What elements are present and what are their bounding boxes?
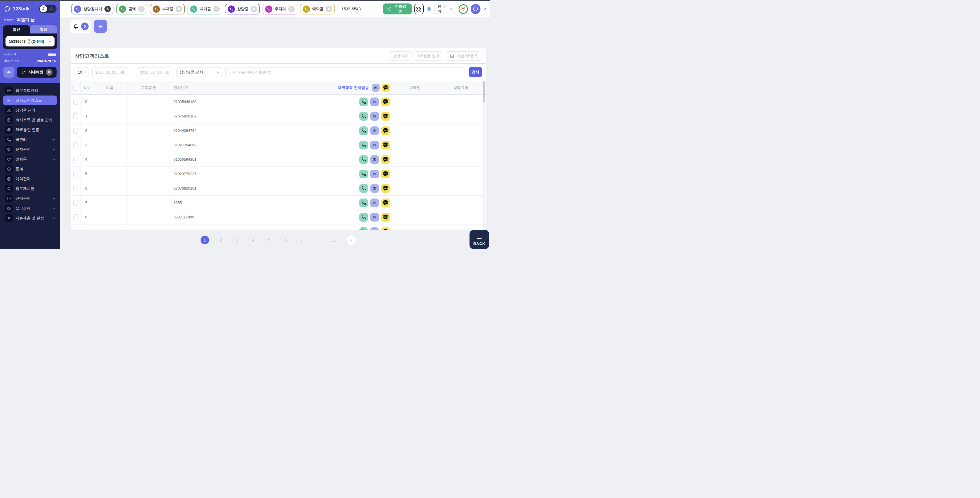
call-icon[interactable] <box>359 97 368 106</box>
sidebar-item[interactable]: 업무게시판 <box>3 184 57 194</box>
page-number[interactable]: 1 <box>200 236 209 244</box>
theme-toggle[interactable] <box>39 5 57 13</box>
back-button[interactable]: ← BACK <box>469 230 489 249</box>
status-chip[interactable]: 예약콜 0 <box>300 4 335 14</box>
page-number[interactable]: 5 <box>265 236 274 244</box>
kakaotalk-icon[interactable] <box>381 213 390 221</box>
call-icon[interactable] <box>359 228 368 231</box>
call-icon[interactable] <box>359 112 368 121</box>
dial-number-input[interactable] <box>337 4 380 14</box>
status-chip[interactable]: 상담원대기 6 <box>71 4 113 14</box>
tab-assign[interactable]: 할당 <box>30 25 57 33</box>
notifications-button[interactable]: 0 <box>70 20 91 33</box>
status-chip[interactable]: 후처리 0 <box>262 4 297 14</box>
mail-icon[interactable]: ✉ <box>370 170 379 178</box>
mail-icon[interactable]: ✉ <box>370 141 379 150</box>
mail-icon[interactable]: ✉ <box>370 228 379 231</box>
consult-type-select[interactable]: 상담유형(전체) <box>176 67 222 77</box>
next-page-button[interactable]: › <box>346 235 356 245</box>
sidebar-item[interactable]: 상담고객리스트 <box>3 95 57 105</box>
make-call-button[interactable]: 전화걸기 <box>383 3 412 14</box>
table-scrollbar[interactable] <box>483 81 485 230</box>
mail-icon[interactable]: ✉ <box>370 112 379 121</box>
broadcast-button[interactable] <box>94 20 107 33</box>
sidebar-item[interactable]: SNS통합 연동 <box>3 125 57 135</box>
mail-icon[interactable]: ✉ <box>370 97 379 106</box>
mail-icon[interactable]: ✉ <box>370 213 379 221</box>
call-icon[interactable] <box>359 141 368 150</box>
delete-selected-button[interactable]: 선택삭제 <box>389 51 412 60</box>
call-icon[interactable] <box>359 199 368 207</box>
line-number-select[interactable]: 15336543 ⏳(D-644) <box>5 36 54 46</box>
scrollbar-thumb[interactable] <box>483 81 485 102</box>
light-mode-icon[interactable] <box>40 5 47 13</box>
language-select[interactable]: 한국어 <box>434 4 456 14</box>
row-checkbox[interactable] <box>73 142 78 148</box>
certification-badge[interactable] <box>458 4 468 14</box>
search-button[interactable]: 검색 <box>469 67 482 77</box>
page-number[interactable]: 3 <box>233 236 242 244</box>
page-number[interactable]: 4 <box>249 236 258 244</box>
row-checkbox[interactable] <box>73 200 78 206</box>
sidebar-item[interactable]: 콜관리 <box>3 135 57 145</box>
page-size-select[interactable]: 10 <box>75 67 89 77</box>
sidebar-item[interactable]: 문자관리 <box>3 145 57 154</box>
mail-icon[interactable]: ✉ <box>370 155 379 164</box>
mail-icon[interactable]: ✉ <box>370 126 379 135</box>
kakaotalk-icon[interactable] <box>381 155 390 164</box>
sidebar-item[interactable]: 예약관리 <box>3 174 57 184</box>
page-number[interactable]: 2 <box>217 236 225 244</box>
kakaotalk-icon[interactable] <box>381 126 390 135</box>
sound-toggle-button[interactable] <box>3 67 14 78</box>
mail-icon[interactable]: ✉ <box>370 184 379 193</box>
kakaotalk-icon[interactable] <box>381 199 390 207</box>
date-from-field[interactable]: 2025. 01. 01. <box>92 67 128 77</box>
call-icon[interactable] <box>359 155 368 164</box>
row-checkbox[interactable] <box>73 128 78 134</box>
page-number[interactable]: 11 <box>330 236 339 244</box>
db-sample-button[interactable]: DB샘플 받기 <box>414 51 444 60</box>
call-icon[interactable] <box>359 213 368 221</box>
kakaotalk-icon[interactable] <box>381 141 390 150</box>
mail-icon[interactable]: ✉ <box>370 199 379 207</box>
row-checkbox[interactable] <box>73 157 78 162</box>
internal-chat-button[interactable]: 사내채팅 0 <box>17 67 57 78</box>
sidebar-item[interactable]: 통계 <box>3 164 57 174</box>
row-checkbox[interactable] <box>73 214 78 220</box>
row-checkbox[interactable] <box>73 171 78 177</box>
sidebar-item[interactable]: 상담원 관리 <box>3 105 57 115</box>
row-checkbox[interactable] <box>73 113 78 119</box>
kakaotalk-icon[interactable] <box>381 184 390 193</box>
kakaotalk-icon[interactable] <box>381 228 390 231</box>
profile-chevron-icon[interactable] <box>482 6 486 10</box>
call-icon[interactable] <box>359 126 368 135</box>
kakaotalk-icon[interactable] <box>381 112 390 121</box>
row-checkbox[interactable] <box>73 99 78 105</box>
page-number[interactable]: 6 <box>282 236 290 244</box>
dark-mode-icon[interactable] <box>47 7 56 11</box>
page-number[interactable]: 7 <box>298 236 306 244</box>
sidebar-item[interactable]: 근태관리 <box>3 194 57 204</box>
sidebar-item[interactable]: 요금결제 <box>3 204 57 213</box>
kakaotalk-icon[interactable] <box>381 97 390 106</box>
row-checkbox[interactable] <box>73 186 78 191</box>
status-chip[interactable]: 부재중 0 <box>150 4 185 14</box>
kakaotalk-icon[interactable] <box>381 170 390 178</box>
select-all-checkbox[interactable] <box>73 85 78 91</box>
sidebar-item[interactable]: 알림톡 <box>3 154 57 164</box>
sidebar-item[interactable]: 회사목록 및 번호 관리 <box>3 115 57 125</box>
tab-send[interactable]: 발신 <box>3 25 30 33</box>
apps-grid-button[interactable] <box>414 4 424 14</box>
status-chip[interactable]: 대기콜 0 <box>188 4 222 14</box>
send-all-kakaotalk-icon[interactable] <box>382 84 390 92</box>
date-to-field[interactable]: 2026. 02. 03. <box>137 67 173 77</box>
send-all-mail-icon[interactable]: ✉ <box>372 84 380 92</box>
status-chip[interactable]: 콜백 0 <box>116 4 147 14</box>
status-chip[interactable]: 상담중 0 <box>225 4 260 14</box>
call-icon[interactable] <box>359 184 368 193</box>
sidebar-item[interactable]: 업무통합관리 <box>3 86 57 95</box>
sidebar-item[interactable]: 서류제출 및 설정 <box>3 213 57 223</box>
call-icon[interactable] <box>359 170 368 178</box>
row-checkbox[interactable] <box>73 229 78 231</box>
page-number[interactable]: ... <box>314 236 322 244</box>
